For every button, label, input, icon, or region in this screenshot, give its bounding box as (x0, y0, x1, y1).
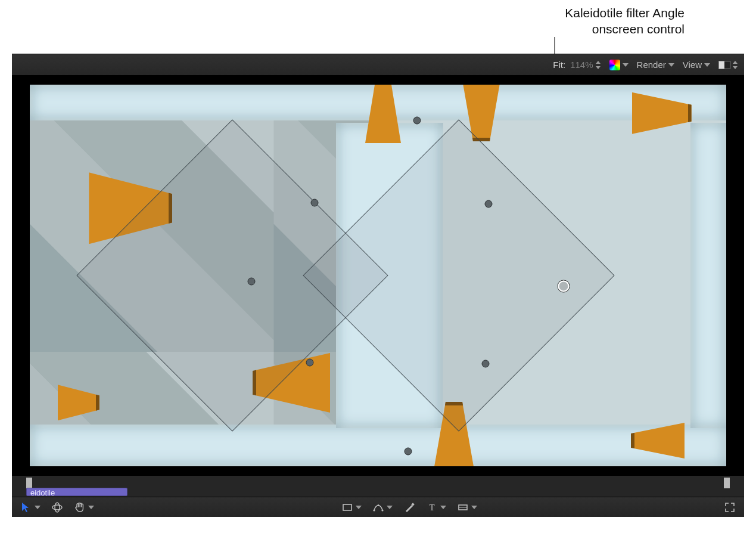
canvas-content (30, 85, 726, 466)
shape-tool[interactable] (457, 501, 477, 513)
onscreen-controls-overlay (30, 85, 726, 466)
canvas-bottom-toolbar: T (12, 497, 744, 517)
orbit-icon (51, 501, 63, 513)
paint-stroke-tool[interactable] (403, 501, 415, 513)
layout-icon (718, 61, 730, 69)
timeline-clip[interactable]: eidotile (26, 488, 127, 496)
orbit-3d-tool[interactable] (51, 501, 63, 513)
chevron-down-icon (623, 63, 629, 67)
svg-point-1 (55, 503, 60, 512)
view-menu[interactable]: View (683, 60, 710, 70)
osc-handle[interactable] (405, 448, 412, 456)
chevron-down-icon (356, 506, 362, 509)
pen-path-icon (372, 501, 384, 513)
brush-icon (403, 501, 415, 513)
osc-bounding-diamond[interactable] (303, 119, 614, 431)
svg-text:T: T (429, 503, 434, 512)
fit-label: Fit: (553, 60, 565, 70)
osc-handle[interactable] (485, 200, 493, 208)
rectangle-shape-icon (457, 501, 469, 513)
fit-zoom-control[interactable]: Fit: 114% (553, 60, 601, 70)
rectangle-mask-tool[interactable] (341, 501, 362, 513)
osc-handle[interactable] (482, 360, 490, 368)
player-fullscreen-button[interactable] (724, 501, 736, 513)
stepper-icon (596, 61, 601, 69)
osc-handle[interactable] (311, 199, 319, 207)
render-label: Render (637, 60, 666, 70)
kaleidotile-angle-handle[interactable] (558, 281, 570, 292)
osc-handle[interactable] (413, 117, 421, 125)
color-channels-menu[interactable] (609, 60, 629, 70)
playhead-out-icon[interactable] (724, 478, 730, 488)
chevron-down-icon (387, 506, 393, 509)
chevron-down-icon (471, 506, 477, 509)
svg-point-0 (52, 505, 62, 510)
render-menu[interactable]: Render (637, 60, 674, 70)
text-tool[interactable]: T (426, 501, 446, 513)
callout-annotation: Kaleidotile filter Angle onscreen contro… (446, 5, 685, 38)
motion-canvas-window: Fit: 114% Render View (12, 54, 744, 517)
osc-handle[interactable] (306, 359, 314, 367)
osc-handle[interactable] (248, 278, 256, 286)
mini-timeline[interactable]: eidotile (12, 475, 744, 497)
rectangle-icon (341, 501, 353, 513)
chevron-down-icon (704, 63, 710, 67)
text-icon: T (426, 501, 438, 513)
chevron-down-icon (35, 506, 41, 509)
expand-icon (724, 501, 736, 513)
callout-line2: onscreen control (446, 21, 685, 37)
chevron-down-icon (88, 506, 94, 509)
view-layouts-menu[interactable] (718, 61, 738, 69)
clip-label: eidotile (30, 488, 55, 496)
svg-point-4 (381, 509, 383, 511)
svg-point-5 (377, 504, 379, 506)
canvas-viewport[interactable] (12, 76, 744, 475)
svg-rect-2 (343, 504, 351, 510)
chevron-down-icon (668, 63, 674, 67)
pan-tool[interactable] (74, 501, 94, 513)
arrow-cursor-icon (20, 501, 32, 513)
playhead-in-icon[interactable] (26, 478, 32, 488)
view-label: View (683, 60, 702, 70)
canvas-top-toolbar: Fit: 114% Render View (12, 54, 744, 76)
chevron-down-icon (440, 506, 446, 509)
bezier-tool[interactable] (372, 501, 393, 513)
fit-value: 114% (570, 60, 593, 70)
svg-point-3 (373, 509, 375, 511)
stepper-icon (733, 61, 738, 69)
callout-line1: Kaleidotile filter Angle (446, 5, 685, 21)
transform-tool[interactable] (20, 501, 41, 513)
hand-icon (74, 501, 86, 513)
color-wheel-icon (609, 60, 620, 70)
